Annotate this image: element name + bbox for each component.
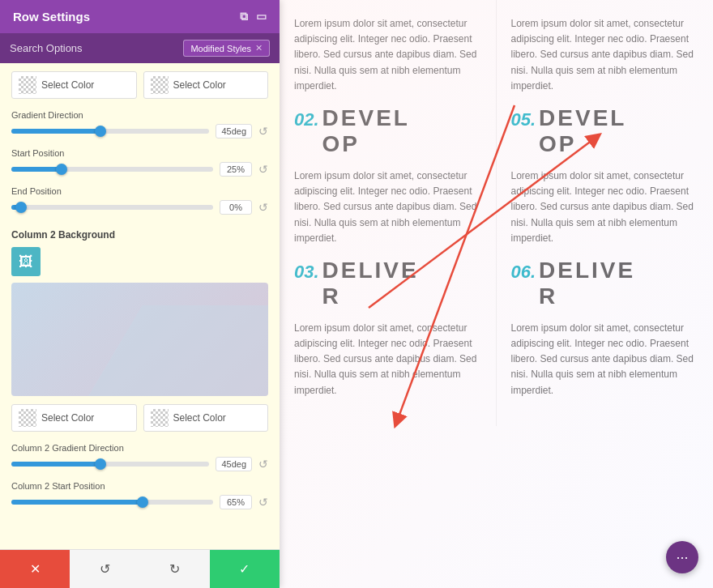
col2-start-position-slider-row: 65% ↺: [11, 495, 268, 509]
col2-start-position-row: Column 2 Start Position 65% ↺: [11, 481, 268, 509]
gradient-direction-value: 45deg: [216, 124, 252, 138]
lorem-03: Lorem ipsum dolor sit amet, consectetur …: [294, 321, 481, 398]
section-heading-row-06: 06. DELIVER: [511, 258, 699, 317]
undo-button[interactable]: ↺: [70, 550, 139, 588]
end-position-reset[interactable]: ↺: [258, 201, 268, 214]
col2-start-position-value: 65%: [220, 495, 252, 509]
col2-start-position-slider[interactable]: [11, 500, 213, 505]
color-checker-2: [151, 76, 169, 94]
gradient-direction-slider[interactable]: [11, 129, 209, 134]
select-color-label-4: Select Color: [173, 412, 226, 424]
select-color-btn-3[interactable]: Select Color: [11, 404, 137, 432]
end-position-value: 0%: [220, 200, 252, 215]
select-color-btn-2[interactable]: Select Color: [143, 71, 269, 99]
help-chat-icon: ···: [676, 549, 688, 566]
select-color-label-2: Select Color: [173, 79, 226, 91]
color-checker-4: [151, 409, 169, 427]
start-position-slider-row: 25% ↺: [11, 162, 268, 177]
section-heading-row-02: 02. DEVELOP: [294, 105, 481, 165]
search-bar: Search Options Modified Styles ✕: [0, 33, 280, 63]
col2-image-icon: 🖼: [19, 254, 33, 271]
color-checker-1: [19, 76, 36, 94]
lorem-06: Lorem ipsum dolor sit amet, consectetur …: [511, 321, 699, 398]
cancel-button[interactable]: ✕: [0, 550, 70, 588]
col2-gradient-value: 45deg: [216, 457, 252, 471]
section-title-06: DELIVER: [539, 258, 635, 309]
save-icon: ✓: [239, 561, 250, 577]
help-chat-button[interactable]: ···: [666, 541, 698, 573]
start-position-reset[interactable]: ↺: [258, 163, 268, 176]
col2-preview: [11, 283, 268, 396]
left-panel: Row Settings ⧉ ▭ Search Options Modified…: [0, 0, 280, 588]
modified-badge-close[interactable]: ✕: [255, 43, 263, 53]
content-grid: Lorem ipsum dolor sit amet, consectetur …: [280, 0, 713, 426]
start-position-value: 25%: [220, 162, 252, 177]
lorem-05: Lorem ipsum dolor sit amet, consectetur …: [511, 168, 699, 246]
start-position-row: Start Position 25% ↺: [11, 148, 268, 177]
content-section-01: Lorem ipsum dolor sit amet, consectetur …: [294, 16, 481, 398]
panel-header: Row Settings ⧉ ▭: [0, 0, 280, 33]
panel-header-icons: ⧉ ▭: [240, 10, 267, 23]
redo-button[interactable]: ↻: [140, 550, 210, 588]
modified-styles-badge[interactable]: Modified Styles ✕: [183, 40, 270, 57]
panel-footer: ✕ ↺ ↻ ✓: [0, 549, 280, 588]
redo-icon: ↻: [169, 561, 180, 577]
select-color-label-3: Select Color: [41, 412, 94, 424]
section-number-03: 03.: [294, 262, 319, 283]
content-col-right: Lorem ipsum dolor sit amet, consectetur …: [497, 0, 714, 426]
section-number-05: 05.: [511, 109, 536, 130]
col2-gradient-label: Column 2 Gradient Direction: [11, 443, 268, 453]
col2-start-position-reset[interactable]: ↺: [258, 496, 268, 509]
col2-gradient-reset[interactable]: ↺: [258, 458, 268, 471]
col2-gradient-slider-row: 45deg ↺: [11, 457, 268, 471]
section-number-02: 02.: [294, 109, 319, 130]
panel-content: Select Color Select Color Gradient Direc…: [0, 63, 280, 549]
select-color-btn-1[interactable]: Select Color: [11, 71, 137, 99]
section-heading-row-05: 05. DEVELOP: [511, 105, 699, 165]
col2-start-position-label: Column 2 Start Position: [11, 481, 268, 491]
right-content: Lorem ipsum dolor sit amet, consectetur …: [280, 0, 713, 588]
save-button[interactable]: ✓: [210, 550, 280, 588]
copy-icon[interactable]: ⧉: [240, 10, 248, 23]
section-heading-row-03: 03. DELIVER: [294, 258, 481, 317]
col2-gradient-slider[interactable]: [11, 462, 209, 467]
section-number-06: 06.: [511, 262, 536, 283]
end-position-slider-row: 0% ↺: [11, 200, 268, 215]
end-position-label: End Position: [11, 186, 268, 196]
content-col-left: Lorem ipsum dolor sit amet, consectetur …: [280, 0, 497, 426]
select-color-btn-4[interactable]: Select Color: [143, 404, 269, 432]
col2-preview-inner: [88, 305, 268, 396]
end-position-row: End Position 0% ↺: [11, 186, 268, 215]
color-checker-3: [19, 409, 36, 427]
select-color-label-1: Select Color: [41, 79, 94, 91]
lorem-02: Lorem ipsum dolor sit amet, consectetur …: [294, 168, 481, 246]
lorem-01: Lorem ipsum dolor sit amet, consectetur …: [294, 16, 481, 94]
content-section-04: Lorem ipsum dolor sit amet, consectetur …: [511, 16, 699, 398]
undo-icon: ↺: [100, 561, 110, 577]
panel-title: Row Settings: [13, 10, 90, 23]
start-position-label: Start Position: [11, 148, 268, 158]
modified-badge-label: Modified Styles: [190, 44, 251, 53]
color-select-row-2: Select Color Select Color: [11, 404, 268, 432]
section-title-03: DELIVER: [322, 258, 419, 309]
end-position-slider[interactable]: [11, 205, 213, 210]
gradient-direction-slider-row: 45deg ↺: [11, 124, 268, 138]
collapse-icon[interactable]: ▭: [256, 10, 267, 23]
cancel-icon: ✕: [30, 561, 41, 577]
search-options-label: Search Options: [10, 42, 83, 54]
color-select-row-1: Select Color Select Color: [11, 71, 268, 99]
start-position-slider[interactable]: [11, 167, 213, 172]
gradient-direction-reset[interactable]: ↺: [258, 125, 268, 138]
gradient-direction-row: Gradient Direction 45deg ↺: [11, 110, 268, 138]
lorem-04: Lorem ipsum dolor sit amet, consectetur …: [511, 16, 699, 94]
gradient-direction-label: Gradient Direction: [11, 110, 268, 120]
col2-gradient-row: Column 2 Gradient Direction 45deg ↺: [11, 443, 268, 471]
section-title-05: DEVELOP: [539, 105, 626, 157]
col2-bg-icon: 🖼: [11, 247, 41, 276]
col2-bg-title: Column 2 Background: [11, 226, 268, 241]
section-title-02: DEVELOP: [322, 105, 410, 157]
